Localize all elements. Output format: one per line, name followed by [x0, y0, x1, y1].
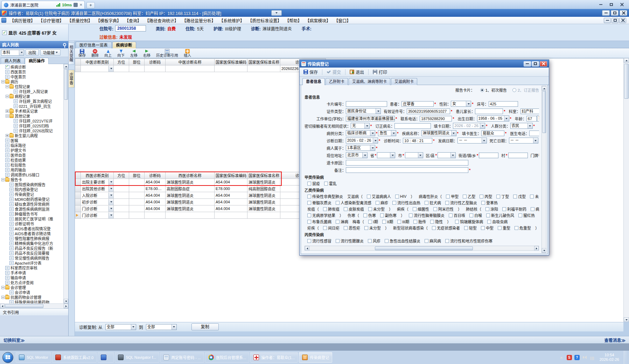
scrollbar-thumb[interactable] — [542, 91, 546, 133]
collapse-icon[interactable] — [6, 95, 9, 98]
table-row[interactable]: 入院诊断A54.004淋球菌性阴道炎A54.004淋球菌性阴道炎 — [75, 192, 326, 199]
tree-item[interactable]: 疾病诊断 — [0, 64, 63, 69]
disease-checkbox-item[interactable]: 钩端螺旋体病 — [455, 219, 483, 224]
disease-checkbox-item[interactable]: 皮肤炭疽 — [344, 206, 364, 212]
network-icon[interactable] — [590, 355, 595, 360]
tree-item[interactable]: 调阅惠侨LIS接口 — [0, 172, 63, 177]
column-header[interactable]: 国家医保标准编码 — [215, 172, 247, 179]
disease-checkbox-item[interactable]: 流行性乙型脑炎 — [445, 200, 477, 205]
column-header[interactable]: 国家医保标准名称 — [247, 59, 280, 65]
disease-checkbox-item[interactable]: 阿米巴性 — [433, 206, 454, 212]
dropdown-button[interactable] — [373, 138, 378, 143]
new-tab-button[interactable]: + — [86, 2, 95, 8]
disease-checkbox-item[interactable]: 乙型 — [463, 194, 475, 199]
taskbar-item[interactable]: SQL Navigator f... — [115, 352, 159, 363]
tree-item[interactable]: 诊断证明书 — [0, 221, 63, 226]
dialog-vscrollbar[interactable] — [541, 86, 546, 253]
checkbox-icon[interactable] — [481, 201, 485, 205]
discharge-button[interactable]: 出院 — [26, 49, 39, 56]
tree-item[interactable]: 居民死亡医学证明（推 — [0, 216, 63, 221]
checkbox-icon[interactable] — [531, 207, 534, 211]
radio-icon[interactable] — [480, 88, 484, 92]
dialog-toolbar-submit-button[interactable]: 提交 — [325, 68, 343, 76]
checkbox-icon[interactable] — [425, 201, 428, 205]
dropdown-button[interactable] — [109, 206, 113, 212]
checkbox-icon[interactable] — [432, 226, 436, 230]
taskbar-item[interactable]: SQL Monitor — [16, 352, 51, 363]
checkbox-icon[interactable] — [480, 195, 483, 198]
disease-checkbox-item[interactable]: HIV — [395, 194, 406, 198]
dialog-toolbar-save-button[interactable]: 保存 — [302, 68, 320, 76]
browser-tab[interactable]: 漳浦县第二医院 10ms × — [1, 1, 85, 9]
scrollbar-thumb[interactable] — [375, 246, 473, 250]
checkbox-icon[interactable] — [455, 220, 459, 224]
select-input[interactable]: 2026 - 02 - 26 — [453, 123, 485, 129]
checkbox-icon[interactable] — [487, 220, 491, 224]
taskbar-item[interactable]: 系统跟踪工具v2.0 — [52, 352, 97, 363]
checkbox-icon[interactable] — [445, 201, 449, 205]
taskbar-item[interactable]: 医院后台管理系... — [205, 352, 249, 363]
disease-checkbox-item[interactable]: 麻疹 — [376, 200, 388, 205]
dialog-title-bar[interactable]: 传染病登记 — [300, 60, 549, 68]
text-input[interactable] — [346, 160, 468, 166]
tree-item[interactable]: 抗菌药物会诊管理 — [0, 295, 63, 300]
tree-item[interactable]: 病历 — [0, 79, 63, 84]
taskbar-item[interactable]: 传染病登记 — [299, 352, 332, 363]
checkbox-icon[interactable] — [513, 195, 517, 198]
text-input[interactable] — [529, 131, 539, 136]
disease-checkbox-item[interactable]: 未分型 — [530, 194, 539, 199]
checkbox-icon[interactable] — [433, 207, 437, 211]
tree-item[interactable]: 处方点评查阅 — [0, 280, 63, 285]
copy-to-select[interactable]: 全部 — [146, 324, 177, 330]
disease-checkbox-item[interactable]: 急性出血性结膜炎 — [385, 238, 420, 244]
collapse-icon[interactable] — [1, 80, 5, 83]
disease-checkbox-item[interactable]: I期 — [368, 219, 378, 224]
dropdown-button[interactable] — [450, 153, 455, 158]
checkbox-icon[interactable] — [382, 220, 386, 224]
disease-checkbox-item[interactable]: 流行性和地方性斑疹伤寒 — [445, 238, 492, 244]
tree-item[interactable]: 手术相关记录 — [0, 108, 63, 113]
disease-checkbox-item[interactable]: 胎传 — [413, 219, 426, 224]
menu-item[interactable]: 【系统维护】 — [217, 17, 246, 24]
column-header[interactable]: 中医诊断类别 — [81, 59, 114, 65]
tree-item[interactable]: 新生婴儿病程 — [0, 133, 63, 138]
checkbox-icon[interactable] — [336, 239, 340, 243]
checkbox-icon[interactable] — [336, 201, 340, 205]
checkbox-icon[interactable] — [485, 207, 489, 211]
disease-checkbox-item[interactable]: 伤寒 — [363, 212, 376, 218]
disease-checkbox-item[interactable]: 涂阳 — [485, 206, 498, 212]
menu-item[interactable]: 【路径监管分析】 — [180, 17, 217, 24]
checkbox-icon[interactable] — [425, 239, 428, 243]
checkbox-icon[interactable] — [430, 220, 434, 224]
checkbox-icon[interactable] — [368, 220, 372, 224]
checkbox-icon[interactable] — [502, 207, 506, 211]
tree-item[interactable]: 医师自查 — [0, 153, 63, 158]
dropdown-button[interactable] — [109, 192, 113, 198]
checkbox-icon[interactable] — [323, 207, 327, 211]
checkbox-icon[interactable] — [307, 239, 311, 243]
dialog-tab[interactable]: 乙肝附卡 — [326, 78, 348, 85]
tree-item[interactable]: 院内感染登记 — [0, 187, 63, 192]
column-header[interactable]: 西医诊断类别 — [81, 172, 114, 179]
collapse-icon[interactable] — [1, 296, 5, 299]
related-reminder-vtab[interactable]: 相关提醒 — [69, 42, 75, 65]
text-input[interactable] — [475, 108, 503, 114]
column-header[interactable]: 诊断码 — [145, 172, 166, 179]
column-header[interactable]: 西医诊断名称 — [166, 172, 215, 179]
text-input[interactable]: 425 — [489, 101, 518, 107]
dropdown-button[interactable] — [109, 199, 113, 205]
column-header[interactable]: 中医诊断名称 — [166, 59, 215, 65]
collapse-icon[interactable] — [6, 85, 9, 88]
table-row[interactable]: 20260226 — [75, 65, 326, 72]
main-scrollbar[interactable] — [623, 58, 629, 322]
patient-chip[interactable]: 显示 425 庄翠香 67岁 女 — [0, 24, 69, 41]
tree-item[interactable]: 报告卡 — [0, 177, 63, 182]
disease-checkbox-item[interactable]: 血吸虫病 — [487, 219, 508, 224]
tree-item[interactable]: 常见慢性病病例报告 — [0, 255, 63, 260]
taskbar-item[interactable]: 操作者：易联众(1... — [250, 352, 298, 363]
table-row[interactable]: 出院其他诊断E78.00…高胆固醇血症E78.000纯高胆固醇血症 — [75, 186, 326, 192]
column-header[interactable]: 诊断码 — [145, 59, 166, 65]
tree-item[interactable]: 科室质控页审核 — [0, 265, 63, 270]
text-input[interactable]: 易联众 — [481, 131, 504, 136]
disease-checkbox-item[interactable]: 未分型 — [364, 225, 381, 231]
